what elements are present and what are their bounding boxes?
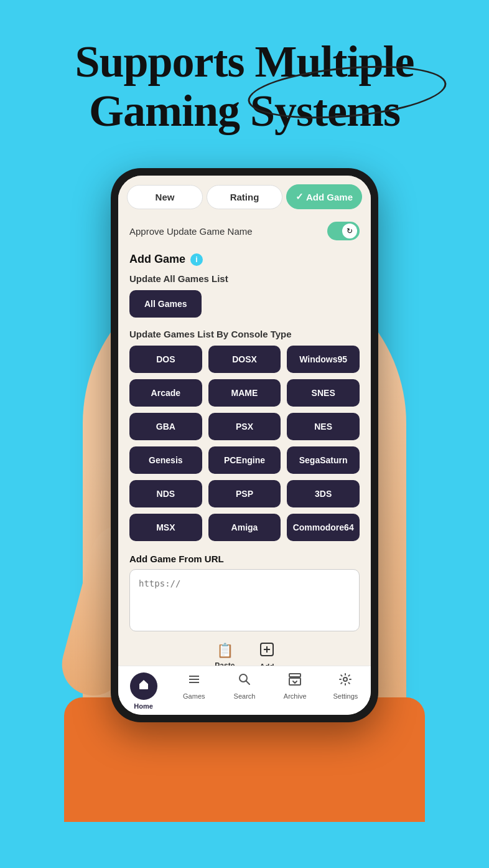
console-btn-3ds[interactable]: 3DS [287,480,360,507]
tab-add-game[interactable]: ✓ Add Game [286,184,362,209]
phone-screen: New Rating ✓ Add Game Approve Update Gam… [118,176,371,715]
bottom-nav: Home Games [118,666,371,715]
nav-home-label: Home [134,702,153,710]
approve-label: Approve Update Game Name [129,226,253,237]
url-input[interactable] [129,569,360,631]
nav-search[interactable]: Search [219,672,269,710]
add-button[interactable]: Add [259,643,274,666]
console-btn-segasaturn[interactable]: SegaSaturn [287,446,360,474]
console-btn-dosx[interactable]: DOSX [208,346,281,373]
console-btn-nds[interactable]: NDS [129,480,202,507]
console-btn-dos[interactable]: DOS [129,346,202,373]
tab-new[interactable]: New [127,185,203,209]
tab-rating[interactable]: Rating [207,185,282,209]
toggle-refresh-icon: ↻ [342,224,357,238]
screen-content: Approve Update Game Name ↻ Add Game i Up… [118,214,371,666]
console-btn-commodore64[interactable]: Commodore64 [287,514,360,541]
phone-device: New Rating ✓ Add Game Approve Update Gam… [111,168,378,722]
nav-settings[interactable]: Settings [320,672,371,710]
games-icon [187,672,201,690]
archive-icon [288,672,302,690]
settings-icon [338,672,352,690]
console-btn-psx[interactable]: PSX [208,413,281,440]
console-btn-windows95[interactable]: Windows95 [287,346,360,373]
console-grid: DOS DOSX Windows95 Arcade MAME SNES GBA … [129,346,360,541]
approve-row: Approve Update Game Name ↻ [129,222,360,240]
console-btn-mame[interactable]: MAME [208,379,281,407]
check-icon: ✓ [296,191,304,202]
svg-rect-8 [289,674,300,677]
console-btn-nes[interactable]: NES [287,413,360,440]
console-btn-msx[interactable]: MSX [129,514,202,541]
tabs-bar: New Rating ✓ Add Game [118,176,371,214]
update-by-console-label: Update Games List By Console Type [129,329,360,339]
headline-area: Supports Multiple Gaming Systems [0,37,489,136]
nav-games-label: Games [183,692,205,700]
nav-search-label: Search [234,692,256,700]
console-btn-genesis[interactable]: Genesis [129,446,202,474]
nav-settings-label: Settings [333,692,358,700]
console-btn-psp[interactable]: PSP [208,480,281,507]
console-btn-amiga[interactable]: Amiga [208,514,281,541]
nav-archive[interactable]: Archive [270,672,320,710]
approve-toggle[interactable]: ↻ [327,222,360,240]
console-btn-pcengine[interactable]: PCEngine [208,446,281,474]
nav-archive-label: Archive [284,692,307,700]
all-games-button[interactable]: All Games [129,290,202,318]
svg-line-7 [246,681,250,685]
info-icon[interactable]: i [190,253,203,266]
paste-button[interactable]: 📋 Paste [215,643,235,666]
svg-point-10 [343,677,347,681]
paste-icon: 📋 [217,643,233,659]
nav-home[interactable]: Home [118,672,169,710]
console-btn-snes[interactable]: SNES [287,379,360,407]
action-row: 📋 Paste Add [129,634,360,666]
search-icon [238,672,251,690]
url-section-label: Add Game From URL [129,554,360,564]
add-icon [260,643,274,660]
console-btn-gba[interactable]: GBA [129,413,202,440]
update-all-label: Update All Games List [129,273,360,284]
nav-games[interactable]: Games [169,672,219,710]
phone-scene: New Rating ✓ Add Game Approve Update Gam… [95,168,394,822]
console-btn-arcade[interactable]: Arcade [129,379,202,407]
add-game-title: Add Game i [129,253,360,266]
home-icon [137,678,150,694]
paste-label: Paste [215,661,235,666]
